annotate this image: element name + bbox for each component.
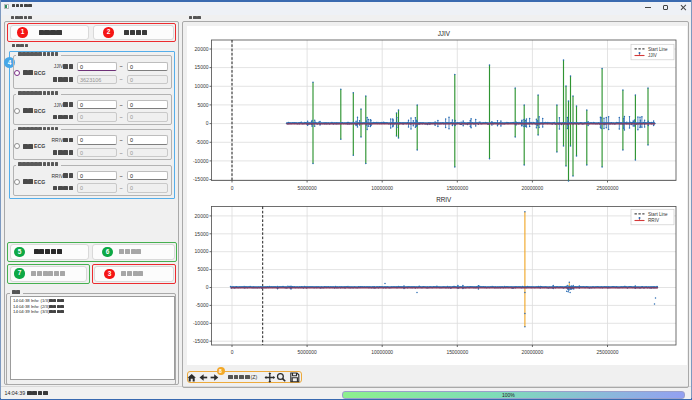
svg-text:-10000: -10000 [192,158,208,164]
svg-text:Start Line: Start Line [648,47,668,52]
svg-text:-15000: -15000 [192,176,208,182]
svg-text:RRIV: RRIV [436,196,452,203]
svg-text:-5000: -5000 [195,302,208,308]
svg-text:5000000: 5000000 [297,186,316,191]
svg-text:20000000: 20000000 [521,186,543,191]
svg-text:RRIV: RRIV [648,218,660,223]
svg-text:20000000: 20000000 [521,350,543,355]
svg-text:0: 0 [205,284,208,290]
svg-text:JJIV: JJIV [648,53,658,58]
svg-text:20000: 20000 [194,213,208,219]
svg-text:15000000: 15000000 [446,350,468,355]
svg-text:5000000: 5000000 [297,350,316,355]
svg-text:10000000: 10000000 [371,186,393,191]
svg-text:10000: 10000 [194,83,208,89]
svg-text:15000000: 15000000 [446,186,468,191]
svg-text:25000000: 25000000 [596,350,618,355]
svg-text:25000000: 25000000 [596,186,618,191]
svg-text:10000000: 10000000 [371,350,393,355]
svg-text:10000: 10000 [194,248,208,254]
svg-text:20000: 20000 [194,46,208,52]
svg-text:Start Line: Start Line [648,212,668,217]
svg-text:-10000: -10000 [192,320,208,326]
svg-text:-5000: -5000 [195,139,208,145]
svg-text:5000: 5000 [197,102,208,108]
svg-text:JJIV: JJIV [437,30,450,37]
svg-text:0: 0 [230,350,233,355]
svg-text:15000: 15000 [194,64,208,70]
svg-text:15000: 15000 [194,231,208,237]
svg-text:-15000: -15000 [192,338,208,344]
svg-text:0: 0 [205,120,208,126]
svg-text:5000: 5000 [197,266,208,272]
svg-text:0: 0 [230,186,233,191]
